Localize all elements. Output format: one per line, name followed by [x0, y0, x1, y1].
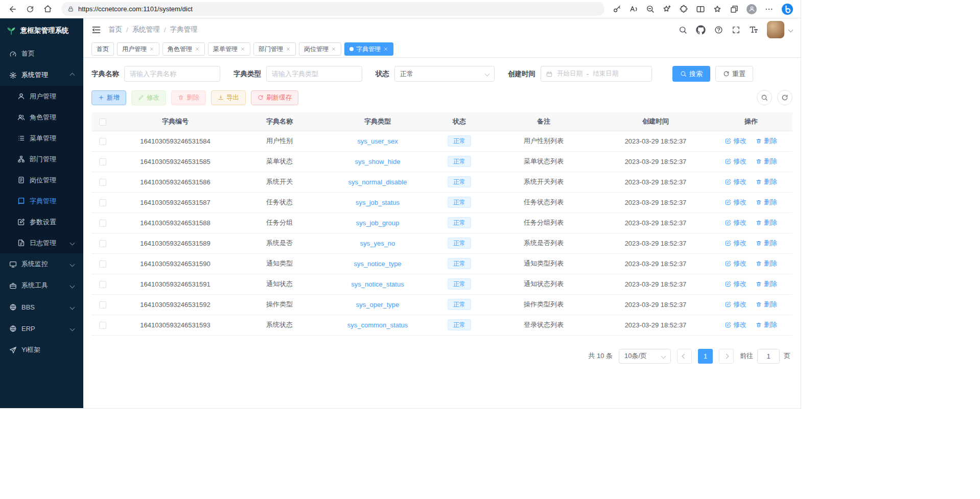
favorites-bar-icon[interactable]	[713, 5, 722, 14]
close-icon[interactable]	[149, 46, 154, 52]
close-icon[interactable]	[240, 46, 245, 52]
sidebar-item-menu-mgmt[interactable]: 菜单管理	[0, 128, 83, 149]
table-row[interactable]: 1641030593246531585 菜单状态 sys_show_hide 正…	[91, 151, 792, 172]
add-favorite-icon[interactable]	[662, 5, 671, 14]
dict-type-link[interactable]: sys_show_hide	[355, 158, 401, 165]
tab-dict-mgmt[interactable]: 字典管理	[344, 42, 393, 56]
row-edit-link[interactable]: 修改	[725, 300, 746, 309]
prev-page-button[interactable]	[677, 349, 692, 364]
add-button[interactable]: 新增	[91, 90, 126, 105]
close-icon[interactable]	[195, 46, 200, 52]
url-text[interactable]: https://ccnetcore.com:1101/system/dict	[78, 5, 193, 13]
edit-button[interactable]: 修改	[131, 90, 166, 105]
search-icon[interactable]	[679, 26, 687, 34]
row-delete-link[interactable]: 删除	[756, 239, 777, 248]
sidebar-item-role-mgmt[interactable]: 角色管理	[0, 107, 83, 128]
row-edit-link[interactable]: 修改	[725, 177, 746, 186]
dict-type-link[interactable]: sys_user_sex	[357, 137, 398, 145]
refresh-table-button[interactable]	[777, 90, 792, 105]
row-checkbox[interactable]	[99, 322, 106, 329]
breadcrumb-home[interactable]: 首页	[108, 25, 122, 34]
dict-type-link[interactable]: sys_yes_no	[360, 240, 395, 247]
sidebar-item-dept-mgmt[interactable]: 部门管理	[0, 149, 83, 170]
back-button[interactable]	[5, 2, 20, 17]
dict-type-link[interactable]: sys_normal_disable	[348, 178, 407, 186]
sidebar-item-system-mgmt[interactable]: 系统管理	[0, 64, 83, 86]
tab-user-mgmt[interactable]: 用户管理	[117, 42, 159, 56]
row-edit-link[interactable]: 修改	[725, 157, 746, 166]
breadcrumb-system-mgmt[interactable]: 系统管理	[132, 25, 160, 34]
table-row[interactable]: 1641030593246531588 任务分组 sys_job_group 正…	[91, 212, 792, 233]
row-checkbox[interactable]	[99, 260, 106, 268]
row-edit-link[interactable]: 修改	[725, 259, 746, 268]
row-edit-link[interactable]: 修改	[725, 136, 746, 146]
show-search-toggle-button[interactable]	[757, 90, 772, 105]
dict-type-link[interactable]: sys_common_status	[347, 321, 408, 329]
row-edit-link[interactable]: 修改	[725, 279, 746, 289]
row-checkbox[interactable]	[99, 138, 106, 145]
sidebar-item-param-settings[interactable]: 参数设置	[0, 211, 83, 232]
fullscreen-icon[interactable]	[732, 26, 740, 34]
row-delete-link[interactable]: 删除	[756, 279, 777, 289]
collapse-sidebar-icon[interactable]	[91, 25, 101, 35]
site-info-lock-icon[interactable]	[67, 6, 74, 12]
table-row[interactable]: 1641030593246531590 通知类型 sys_notice_type…	[91, 253, 792, 274]
tab-dept-mgmt[interactable]: 部门管理	[253, 42, 296, 56]
close-icon[interactable]	[331, 46, 336, 52]
table-row[interactable]: 1641030593246531586 系统开关 sys_normal_disa…	[91, 172, 792, 192]
row-checkbox[interactable]	[99, 301, 106, 308]
github-icon[interactable]	[696, 25, 706, 35]
date-range-picker[interactable]: 开始日期 - 结束日期	[541, 66, 652, 82]
dict-type-link[interactable]: sys_notice_type	[354, 260, 401, 268]
row-delete-link[interactable]: 删除	[756, 218, 777, 227]
browser-profile-avatar[interactable]	[746, 4, 757, 14]
table-row[interactable]: 1641030593246531584 用户性别 sys_user_sex 正常…	[91, 131, 792, 151]
collections-icon[interactable]	[730, 5, 739, 14]
row-checkbox[interactable]	[99, 281, 106, 288]
table-row[interactable]: 1641030593246531591 通知状态 sys_notice_stat…	[91, 274, 792, 294]
sidebar-item-system-monitor[interactable]: 系统监控	[0, 253, 83, 275]
dict-type-input[interactable]	[266, 66, 362, 82]
next-page-button[interactable]	[719, 349, 734, 364]
sidebar-item-log-mgmt[interactable]: 日志管理	[0, 232, 83, 253]
bing-chat-icon[interactable]	[781, 3, 794, 15]
dict-type-link[interactable]: sys_job_status	[356, 199, 400, 206]
zoom-icon[interactable]	[646, 5, 655, 13]
table-row[interactable]: 1641030593246531589 系统是否 sys_yes_no 正常 系…	[91, 233, 792, 253]
reset-button[interactable]: 重置	[715, 66, 753, 82]
select-all-checkbox[interactable]	[99, 118, 106, 126]
extensions-icon[interactable]	[679, 5, 688, 14]
current-page[interactable]: 1	[698, 349, 713, 364]
dict-type-link[interactable]: sys_oper_type	[356, 301, 400, 308]
refresh-cache-button[interactable]: 刷新缓存	[251, 90, 298, 105]
row-delete-link[interactable]: 删除	[756, 320, 777, 329]
row-checkbox[interactable]	[99, 240, 106, 247]
address-bar[interactable]: https://ccnetcore.com:1101/system/dict	[61, 2, 604, 16]
search-button[interactable]: 搜索	[672, 66, 710, 82]
row-delete-link[interactable]: 删除	[756, 157, 777, 166]
sidebar-item-bbs[interactable]: BBS	[0, 296, 83, 318]
goto-page-input[interactable]	[757, 349, 780, 364]
dict-name-input[interactable]	[124, 66, 220, 82]
delete-button[interactable]: 删除	[171, 90, 206, 105]
chevron-down-icon[interactable]	[788, 27, 794, 32]
row-edit-link[interactable]: 修改	[725, 198, 746, 207]
row-delete-link[interactable]: 删除	[756, 177, 777, 186]
row-checkbox[interactable]	[99, 158, 106, 165]
font-size-icon[interactable]	[749, 25, 758, 34]
sidebar-item-dict-mgmt[interactable]: 字典管理	[0, 191, 83, 211]
close-icon[interactable]	[286, 46, 291, 52]
read-aloud-icon[interactable]	[629, 5, 638, 14]
export-button[interactable]: 导出	[211, 90, 246, 105]
dict-type-link[interactable]: sys_job_group	[356, 219, 400, 227]
table-row[interactable]: 1641030593246531593 系统状态 sys_common_stat…	[91, 315, 792, 335]
row-checkbox[interactable]	[99, 179, 106, 186]
page-size-select[interactable]: 10条/页	[619, 349, 671, 364]
sidebar-item-yi-framework[interactable]: Yi框架	[0, 339, 83, 361]
row-checkbox[interactable]	[99, 199, 106, 206]
more-options-icon[interactable]	[764, 5, 774, 14]
sidebar-item-erp[interactable]: ERP	[0, 318, 83, 339]
split-screen-icon[interactable]	[696, 5, 705, 14]
refresh-button[interactable]	[22, 2, 38, 17]
tab-home[interactable]: 首页	[91, 42, 114, 56]
